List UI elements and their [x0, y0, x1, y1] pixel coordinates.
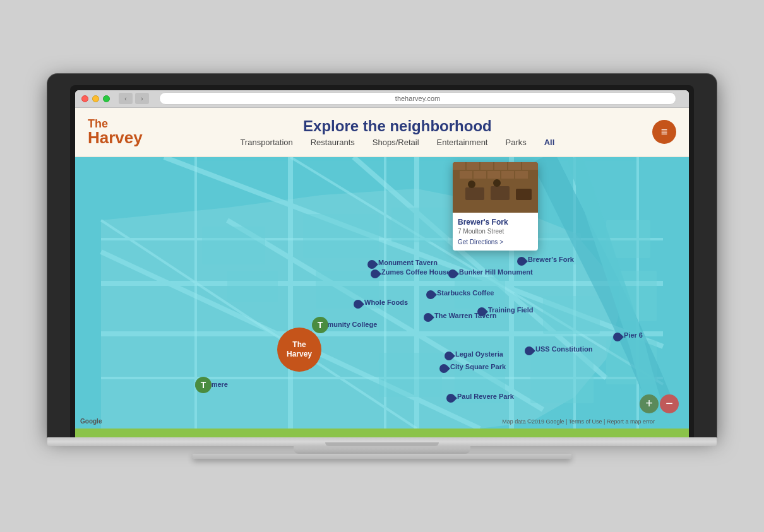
location-popup-card: Brewer's Fork 7 Moulton Street Get Direc…: [453, 162, 538, 251]
nav-restaurants[interactable]: Restaurants: [311, 138, 355, 147]
logo-harvey: Harvey: [88, 129, 143, 146]
pin-label: The Warren Tavern: [434, 312, 496, 319]
map-pin-icon: [613, 333, 622, 344]
map-attribution: Map data ©2019 Google | Terms of Use | R…: [502, 418, 655, 425]
pin-label: Monument Tavern: [378, 259, 438, 266]
svg-rect-32: [530, 353, 594, 403]
svg-rect-22: [391, 208, 448, 242]
pin-city-square[interactable]: City Square Park: [439, 364, 506, 375]
minimize-button[interactable]: [92, 95, 99, 102]
svg-rect-21: [303, 214, 379, 258]
site-logo: The Harvey: [88, 118, 143, 146]
site-header: The Harvey Explore the neighborhood Tran…: [75, 108, 689, 157]
pin-starbucks[interactable]: Starbucks Coffee: [426, 290, 494, 302]
pin-label: Whole Foods: [364, 299, 408, 306]
nav-entertainment[interactable]: Entertainment: [437, 138, 488, 147]
hamburger-icon: ≡: [661, 126, 668, 138]
map-pin-icon: [525, 346, 534, 358]
pin-whole-foods[interactable]: Whole Foods: [354, 300, 408, 311]
t-icon: T: [195, 377, 212, 393]
pin-label: Bunker Hill Monument: [459, 268, 533, 276]
macbook-frame: ‹ › theharvey.com The Harvey: [47, 74, 717, 459]
nav-all[interactable]: All: [544, 138, 555, 147]
svg-rect-20: [227, 271, 278, 302]
zoom-out-button[interactable]: −: [660, 394, 679, 413]
maximize-button[interactable]: [103, 95, 110, 102]
nav-links: Transportation Restaurants Shops/Retail …: [143, 138, 652, 147]
zoom-controls: + −: [640, 394, 679, 413]
nav-shops[interactable]: Shops/Retail: [373, 138, 419, 147]
map-pin-icon: [517, 257, 526, 268]
macbook-foot: [193, 454, 571, 459]
map-pin-icon: [448, 269, 457, 281]
screen-bezel: ‹ › theharvey.com The Harvey: [70, 85, 694, 437]
popup-body: Brewer's Fork 7 Moulton Street Get Direc…: [453, 213, 538, 251]
map-pin-icon: [446, 394, 455, 405]
browser-titlebar: ‹ › theharvey.com: [75, 90, 689, 108]
map-pin-icon: [426, 290, 435, 302]
map-background: [75, 157, 689, 429]
pin-label: Legal Oysteria: [455, 350, 503, 358]
harvey-marker-line1: The: [292, 340, 306, 349]
map-pin-icon: [439, 364, 448, 375]
pin-zumes-coffee[interactable]: Zumes Coffee House: [371, 269, 450, 281]
close-button[interactable]: [81, 95, 88, 102]
pin-brewers-fork[interactable]: Brewer's Fork: [517, 257, 574, 268]
url-text: theharvey.com: [395, 95, 440, 102]
map-pin-icon: [445, 352, 453, 363]
pin-label: Zumes Coffee House: [381, 268, 450, 276]
website-content: The Harvey Explore the neighborhood Tran…: [75, 108, 689, 437]
harvey-marker-line2: Harvey: [287, 350, 312, 358]
map-container[interactable]: The Harvey Monument Tavern Zumes Coffee …: [75, 157, 689, 429]
popup-directions-link[interactable]: Get Directions >: [458, 239, 533, 245]
nav-transportation[interactable]: Transportation: [240, 138, 292, 147]
popup-address: 7 Moulton Street: [458, 228, 533, 235]
pin-label: Starbucks Coffee: [437, 289, 494, 297]
pin-uss-constitution[interactable]: USS Constitution: [525, 346, 592, 358]
zoom-in-button[interactable]: +: [640, 394, 659, 413]
header-center: Explore the neighborhood Transportation …: [143, 117, 652, 147]
popup-place-name: Brewer's Fork: [458, 218, 533, 227]
pin-paul-revere[interactable]: Paul Revere Park: [446, 394, 514, 405]
pin-legal-oysteria[interactable]: Legal Oysteria: [445, 352, 503, 363]
pin-label: Brewer's Fork: [528, 256, 574, 263]
google-watermark: Google: [80, 418, 102, 425]
pin-label: City Square Park: [450, 363, 506, 370]
nav-parks[interactable]: Parks: [505, 138, 526, 147]
svg-rect-19: [202, 227, 265, 264]
page-title: Explore the neighborhood: [143, 117, 652, 135]
hamburger-menu-button[interactable]: ≡: [652, 120, 676, 144]
popup-image: [453, 162, 538, 213]
pin-label: Pier 6: [624, 331, 643, 339]
harvey-location-marker: The Harvey: [277, 328, 321, 372]
pin-bunker-hill[interactable]: Bunker Hill Monument: [448, 269, 533, 281]
pin-warren-tavern[interactable]: The Warren Tavern: [424, 313, 496, 324]
bottom-green-bar: [75, 429, 689, 437]
browser-nav: ‹ ›: [119, 93, 149, 104]
map-pin-icon: [424, 313, 433, 324]
transit-community-college: T Community College: [312, 322, 377, 328]
address-bar[interactable]: theharvey.com: [159, 92, 676, 105]
svg-rect-51: [453, 162, 538, 213]
t-icon: T: [312, 317, 328, 333]
screen-outer: ‹ › theharvey.com The Harvey: [47, 74, 717, 437]
pin-label: Paul Revere Park: [457, 393, 514, 400]
svg-rect-29: [543, 296, 600, 334]
macbook-base: [47, 437, 717, 446]
browser-chrome: ‹ › theharvey.com The Harvey: [75, 90, 689, 437]
svg-rect-30: [379, 353, 442, 397]
pin-pier6[interactable]: Pier 6: [613, 333, 643, 344]
map-pin-icon: [371, 269, 379, 281]
back-button[interactable]: ‹: [119, 93, 133, 104]
forward-button[interactable]: ›: [135, 93, 149, 104]
pin-label: USS Constitution: [535, 345, 592, 353]
transit-lechmere: T Lechmere: [195, 382, 228, 388]
macbook-stand: [294, 446, 470, 454]
map-pin-icon: [354, 300, 362, 311]
